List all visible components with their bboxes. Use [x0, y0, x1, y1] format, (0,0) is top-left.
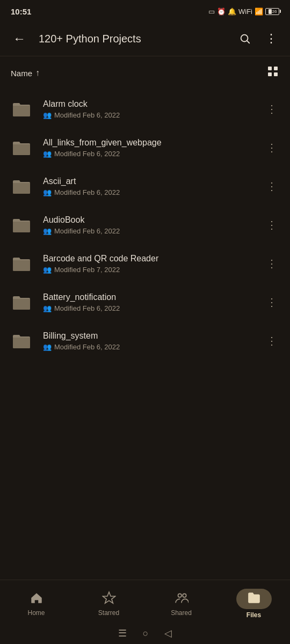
shared-people-icon: 👥 — [43, 188, 52, 196]
file-date: Modified Feb 7, 2022 — [54, 266, 120, 274]
file-date: Modified Feb 6, 2022 — [54, 188, 120, 196]
shared-people-icon: 👥 — [43, 227, 52, 235]
more-dots-icon: ⋮ — [266, 257, 277, 270]
file-info: Ascii_art 👥 Modified Feb 6, 2022 — [34, 176, 262, 197]
nav-label-shared: Shared — [171, 609, 192, 617]
battery-icon: 26 — [265, 8, 279, 15]
file-meta: 👥 Modified Feb 6, 2022 — [43, 304, 262, 312]
sort-bar: Name ↑ — [0, 56, 290, 85]
file-name: Billing_system — [43, 331, 262, 342]
nav-item-shared[interactable]: Shared — [145, 580, 218, 623]
grid-icon — [266, 65, 279, 78]
status-bar: 10:51 ▭ ⏰ 🔔 WiFi 📶 26 — [0, 0, 290, 21]
search-button[interactable] — [234, 28, 256, 49]
svg-line-1 — [247, 41, 249, 43]
home-gesture-icon: ○ — [143, 628, 149, 639]
folder-icon — [9, 135, 34, 160]
shared-people-icon: 👥 — [43, 111, 52, 119]
shared-people-icon: 👥 — [43, 150, 52, 158]
sort-arrow-icon: ↑ — [35, 68, 40, 78]
nav-label-home: Home — [27, 609, 45, 617]
shared-icon-wrap — [175, 591, 189, 607]
folder-icon — [9, 328, 34, 354]
more-dots-icon: ⋮ — [266, 334, 277, 347]
file-name: All_links_from_given_webpage — [43, 137, 262, 149]
svg-rect-2 — [268, 67, 272, 70]
home-icon — [30, 591, 44, 605]
list-item[interactable]: All_links_from_given_webpage 👥 Modified … — [0, 128, 290, 167]
list-item[interactable]: Billing_system 👥 Modified Feb 6, 2022 ⋮ — [0, 321, 290, 360]
nav-label-files: Files — [247, 611, 261, 619]
more-options-button-4[interactable]: ⋮ — [262, 254, 281, 273]
file-meta: 👥 Modified Feb 6, 2022 — [43, 343, 262, 351]
list-item[interactable]: Alarm clock 👥 Modified Feb 6, 2022 ⋮ — [0, 90, 290, 128]
file-info: Barcode and QR code Reader 👥 Modified Fe… — [34, 253, 262, 274]
more-options-button-6[interactable]: ⋮ — [262, 331, 281, 350]
search-icon — [239, 33, 251, 45]
more-options-button-3[interactable]: ⋮ — [262, 215, 281, 235]
folder-icon — [9, 289, 34, 315]
more-options-button-5[interactable]: ⋮ — [262, 292, 281, 312]
nav-item-home[interactable]: Home — [0, 580, 73, 623]
home-icon-wrap — [30, 591, 44, 607]
folder-svg — [12, 140, 31, 156]
file-date: Modified Feb 6, 2022 — [54, 343, 120, 351]
folder-svg — [12, 217, 31, 233]
folder-icon — [9, 173, 34, 199]
file-meta: 👥 Modified Feb 6, 2022 — [43, 150, 262, 158]
star-icon — [102, 591, 116, 605]
svg-point-6 — [178, 594, 182, 597]
status-time: 10:51 — [11, 7, 31, 16]
file-info: Battery_notification 👥 Modified Feb 6, 2… — [34, 292, 262, 313]
sort-button[interactable]: Name ↑ — [11, 68, 40, 78]
file-info: Alarm clock 👥 Modified Feb 6, 2022 — [34, 99, 262, 120]
more-dots-icon: ⋮ — [265, 32, 277, 46]
monitor-icon: ▭ — [208, 8, 215, 16]
svg-rect-3 — [274, 67, 278, 70]
file-name: Ascii_art — [43, 176, 262, 187]
file-date: Modified Feb 6, 2022 — [54, 304, 120, 312]
menu-gesture-icon: ☰ — [118, 627, 127, 639]
battery-level: 26 — [272, 9, 277, 14]
file-info: Billing_system 👥 Modified Feb 6, 2022 — [34, 331, 262, 352]
grid-view-button[interactable] — [266, 65, 279, 81]
back-button[interactable]: ← — [9, 28, 30, 49]
list-item[interactable]: Barcode and QR code Reader 👥 Modified Fe… — [0, 244, 290, 283]
folder-icon — [9, 251, 34, 276]
starred-icon-wrap — [102, 591, 116, 607]
file-date: Modified Feb 6, 2022 — [54, 227, 120, 235]
file-meta: 👥 Modified Feb 6, 2022 — [43, 227, 262, 235]
signal-icon: 📶 — [255, 8, 263, 16]
file-info: All_links_from_given_webpage 👥 Modified … — [34, 137, 262, 158]
app-bar-actions: ⋮ — [234, 28, 281, 49]
folder-icon — [9, 96, 34, 122]
svg-rect-5 — [274, 72, 278, 76]
list-item[interactable]: Ascii_art 👥 Modified Feb 6, 2022 ⋮ — [0, 167, 290, 206]
app-bar: ← 120+ Python Projects ⋮ — [0, 21, 290, 56]
svg-rect-4 — [268, 72, 272, 76]
file-name: Barcode and QR code Reader — [43, 253, 262, 265]
file-name: Battery_notification — [43, 292, 262, 303]
sort-label-text: Name — [11, 69, 32, 78]
more-options-button[interactable]: ⋮ — [260, 28, 281, 49]
gesture-bar: ☰ ○ ◁ — [0, 623, 290, 644]
nav-item-files[interactable]: Files — [218, 580, 290, 623]
file-name: Alarm clock — [43, 99, 262, 110]
file-info: AudioBook 👥 Modified Feb 6, 2022 — [34, 215, 262, 236]
file-list: Alarm clock 👥 Modified Feb 6, 2022 ⋮ All… — [0, 85, 290, 579]
list-item[interactable]: AudioBook 👥 Modified Feb 6, 2022 ⋮ — [0, 206, 290, 244]
bottom-nav-bar: Home Starred Shared — [0, 580, 290, 623]
more-dots-icon: ⋮ — [266, 141, 277, 154]
shared-people-icon: 👥 — [43, 304, 52, 312]
nav-item-starred[interactable]: Starred — [73, 580, 145, 623]
more-options-button-0[interactable]: ⋮ — [262, 99, 281, 119]
folder-svg — [12, 101, 31, 117]
file-meta: 👥 Modified Feb 6, 2022 — [43, 111, 262, 119]
list-item[interactable]: Battery_notification 👥 Modified Feb 6, 2… — [0, 283, 290, 321]
file-meta: 👥 Modified Feb 7, 2022 — [43, 266, 262, 274]
folder-svg — [12, 178, 31, 194]
more-options-button-1[interactable]: ⋮ — [262, 138, 281, 157]
more-options-button-2[interactable]: ⋮ — [262, 177, 281, 196]
nav-label-starred: Starred — [98, 609, 119, 617]
shared-people-icon: 👥 — [43, 266, 52, 274]
